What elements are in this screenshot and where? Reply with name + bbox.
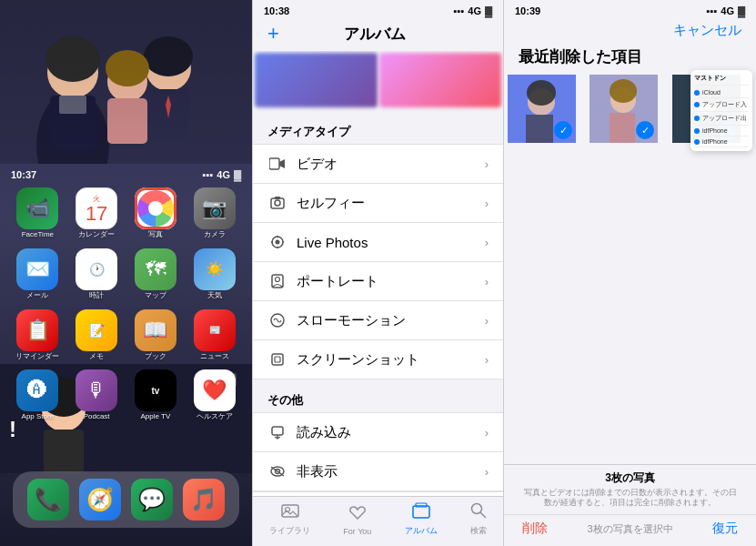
status-bar-1: 10:37 ▪▪▪ 4G ▓ xyxy=(0,164,252,182)
app-clock[interactable]: 🕐 時計 xyxy=(72,248,122,300)
app-maps[interactable]: 🗺 マップ xyxy=(131,248,181,300)
video-icon xyxy=(267,154,287,174)
album-thumb-2 xyxy=(379,53,502,107)
app-appletv-label: Apple TV xyxy=(140,413,170,421)
albums-nav: + アルバム xyxy=(253,18,503,51)
app-appstore-icon: 🅐 xyxy=(16,369,58,411)
app-reminders[interactable]: 📋 リマインダー xyxy=(13,309,63,361)
app-facetime[interactable]: 📹 FaceTime xyxy=(13,187,63,239)
svg-rect-17 xyxy=(44,430,84,473)
recently-deleted-nav: キャンセル xyxy=(504,18,756,45)
svg-point-27 xyxy=(276,240,280,245)
app-appletv[interactable]: tv Apple TV xyxy=(131,369,181,421)
anime-bg-art-top xyxy=(0,0,252,164)
albums-scroll[interactable]: メディアタイプ ビデオ › セルフィー › Live Photo xyxy=(253,51,503,496)
photo-count-label: 3枚の写真 xyxy=(504,465,756,488)
app-weather[interactable]: ☀️ 天気 xyxy=(189,248,239,300)
signal-icon-1: ▪▪▪ xyxy=(203,169,214,180)
app-appstore-label: App Store xyxy=(22,413,55,421)
app-clock-label: 時計 xyxy=(89,292,104,300)
time-1: 10:37 xyxy=(11,169,36,180)
svg-rect-25 xyxy=(275,197,280,199)
app-calendar-icon: 火 17 xyxy=(76,187,117,229)
menu-item-screenshot[interactable]: スクリーンショット › xyxy=(253,340,503,379)
battery-icon-2: ▓ xyxy=(485,5,492,16)
app-weather-icon: ☀️ xyxy=(194,248,236,290)
app-health[interactable]: ❤️ ヘルスケア xyxy=(189,369,239,421)
restore-button[interactable]: 復元 xyxy=(712,521,738,537)
menu-selfie-count: › xyxy=(485,197,489,210)
tab-search[interactable]: 検索 xyxy=(470,502,487,537)
menu-video-label: ビデオ xyxy=(297,156,476,173)
svg-rect-37 xyxy=(272,427,283,435)
menu-item-import[interactable]: 読み込み › xyxy=(253,412,503,452)
recently-deleted-footer: 3枚の写真 写真とビデオには削除までの日数が表示されます。その日数が経過すると、… xyxy=(504,464,756,546)
tab-library[interactable]: ライブラリ xyxy=(269,502,310,537)
app-news[interactable]: 📰 ニュース xyxy=(189,309,239,361)
tab-for-you-label: For You xyxy=(343,527,371,536)
app-mail[interactable]: ✉️ メール xyxy=(13,248,63,300)
albums-title: アルバム xyxy=(344,24,406,45)
panel-recently-deleted: 10:39 ▪▪▪ 4G ▓ キャンセル 最近削除した項目 ✓ xyxy=(504,0,756,546)
svg-point-56 xyxy=(527,80,556,106)
app-appstore[interactable]: 🅐 App Store xyxy=(13,369,63,421)
svg-rect-50 xyxy=(413,506,429,518)
app-books-icon: 📖 xyxy=(135,309,176,351)
menu-video-count: › xyxy=(485,157,489,171)
menu-item-video[interactable]: ビデオ › xyxy=(253,144,503,184)
info-sidebar: マストドン iCloud アップロード入 アップロード出 idfPhone id… xyxy=(690,70,752,151)
menu-selfie-label: セルフィー xyxy=(297,195,476,212)
app-books[interactable]: 📖 ブック xyxy=(131,309,181,361)
photo-desc-label: 写真とビデオには削除までの日数が表示されます。その日数が経過すると、項目は完全に… xyxy=(504,488,756,514)
selected-count-label: 3枚の写真を選択中 xyxy=(587,522,672,536)
app-calendar[interactable]: 火 17 カレンダー xyxy=(72,187,122,239)
dock-safari-icon[interactable]: 🧭 xyxy=(79,479,121,521)
signal-icon-3: ▪▪▪ xyxy=(707,5,718,16)
menu-import-label: 読み込み xyxy=(297,424,476,441)
app-dock: 📞 🧭 💬 🎵 xyxy=(13,471,239,528)
livephotos-icon xyxy=(267,232,287,252)
dock-music-icon[interactable]: 🎵 xyxy=(183,479,225,521)
app-news-icon: 📰 xyxy=(194,309,236,351)
svg-rect-51 xyxy=(416,503,427,507)
menu-item-hidden[interactable]: 非表示 › xyxy=(253,452,503,491)
svg-rect-36 xyxy=(275,357,280,362)
app-calendar-label: カレンダー xyxy=(78,231,115,239)
app-notes-label: メモ xyxy=(89,353,104,361)
app-notes[interactable]: 📝 メモ xyxy=(72,309,122,361)
cancel-button[interactable]: キャンセル xyxy=(673,22,741,39)
menu-item-portrait[interactable]: ポートレート › xyxy=(253,262,503,301)
sidebar-item-icloud: iCloud xyxy=(694,87,749,98)
app-photos[interactable]: 写真 xyxy=(131,187,181,239)
tab-album[interactable]: アルバム xyxy=(405,502,438,537)
other-header: その他 xyxy=(253,379,503,412)
menu-item-selfie[interactable]: セルフィー › xyxy=(253,184,503,223)
app-podcasts-icon: 🎙 xyxy=(76,369,117,411)
network-type-3: 4G xyxy=(721,5,734,16)
anime-art-top-svg xyxy=(0,0,252,164)
tab-for-you[interactable]: For You xyxy=(343,504,371,536)
photo-cell-1[interactable]: ✓ xyxy=(508,75,576,143)
import-icon xyxy=(267,422,287,442)
menu-item-livephotos[interactable]: Live Photos › xyxy=(253,223,503,262)
menu-slowmo-count: › xyxy=(485,314,489,328)
app-camera[interactable]: 📷 カメラ xyxy=(189,187,239,239)
tab-album-label: アルバム xyxy=(405,525,438,537)
menu-portrait-label: ポートレート xyxy=(297,273,476,290)
dock-phone-icon[interactable]: 📞 xyxy=(27,479,69,521)
add-album-button[interactable]: + xyxy=(267,22,279,46)
album-grid-preview xyxy=(253,51,503,115)
delete-button[interactable]: 削除 xyxy=(522,521,548,537)
slowmo-icon xyxy=(267,310,287,330)
upload-out-dot xyxy=(694,116,700,121)
photo-cell-2[interactable]: ✓ xyxy=(590,75,658,143)
dock-messages-icon[interactable]: 💬 xyxy=(131,479,173,521)
search-tab-icon xyxy=(470,502,487,523)
app-camera-icon: 📷 xyxy=(194,187,236,229)
for-you-tab-icon xyxy=(348,504,367,525)
svg-rect-61 xyxy=(610,113,635,143)
app-podcasts[interactable]: 🎙 Podcast xyxy=(72,369,122,421)
svg-point-60 xyxy=(610,79,637,103)
status-bar-3: 10:39 ▪▪▪ 4G ▓ xyxy=(504,0,756,18)
menu-item-slowmo[interactable]: スローモーション › xyxy=(253,301,503,340)
